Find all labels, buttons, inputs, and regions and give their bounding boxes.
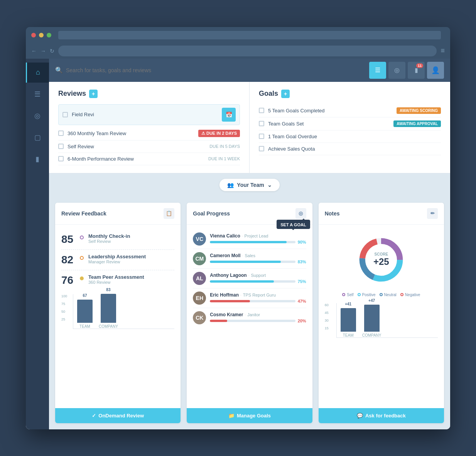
notes-body: SCORE +25 Self Pos [319, 225, 444, 408]
address-bar[interactable] [58, 31, 441, 39]
review-due-3: DUE IN 1 WEEK [208, 156, 240, 161]
app-shell: ⌂ ☰ ◎ ▢ ▮ 🔍 [26, 59, 450, 429]
review-item-2[interactable]: Self Review DUE IN 5 DAYS [58, 141, 240, 153]
legend-label-self: Self [347, 293, 353, 297]
sidebar-item-reviews[interactable]: ☰ [26, 84, 49, 104]
search-icon: 🔍 [55, 66, 63, 74]
notes-icon: ▢ [34, 133, 41, 142]
ondemand-review-button[interactable]: ✓ OnDemand Review [55, 408, 181, 423]
goal-text-2: 1 Team Goal Overdue [268, 134, 441, 139]
minimize-dot[interactable] [39, 33, 44, 37]
add-goal-button[interactable]: + [281, 90, 290, 98]
goal-item-0[interactable]: 5 Team Goals Completed AWAITING SCORING [259, 104, 441, 117]
review-feedback-header: Review Feedback 📋 [55, 203, 181, 225]
target-button[interactable]: ◎ [388, 62, 405, 79]
target-icon: ◎ [394, 66, 400, 74]
goal-text-3: Achieve Sales Quota [268, 146, 441, 152]
tooltip-container: SET A GOAL [277, 220, 310, 229]
goal-item-1[interactable]: Team Goals Set AWAITING APPROVAL [259, 117, 441, 131]
refresh-button[interactable]: ↻ [50, 48, 54, 54]
reviews-icon: ☰ [34, 90, 41, 98]
gp-bar-0 [210, 241, 287, 243]
tasks-button[interactable]: ☰ [369, 62, 386, 79]
legend-dot-negative [400, 293, 403, 296]
gp-pct-0: 90% [298, 240, 306, 244]
review-checkbox-1[interactable] [58, 131, 64, 136]
gp-item-0: VC Vienna Calico · Project Lead 90% [193, 229, 306, 249]
search-input[interactable] [66, 67, 365, 73]
gp-info-1: Cameron Moll · Sales 83% [210, 253, 306, 264]
goals-title-text: Goals [259, 90, 278, 98]
review-checkbox-0[interactable] [62, 112, 68, 117]
user-avatar[interactable]: 👤 [427, 62, 444, 79]
goal-badge-0: AWAITING SCORING [397, 107, 441, 114]
review-checkbox-3[interactable] [58, 156, 64, 161]
goal-item-2[interactable]: 1 Team Goal Overdue [259, 131, 441, 143]
sidebar-item-notes[interactable]: ▢ [26, 127, 49, 147]
gp-role-0: Project Lead [245, 234, 268, 238]
goal-progress-card: Goal Progress ◎ SET A GOAL SET A GOAL [187, 203, 312, 423]
gp-item-2: AL Anthony Lagoon · Support 75% [193, 269, 306, 288]
donut-center: SCORE +25 [373, 252, 389, 267]
notification-badge: 11 [416, 63, 423, 68]
ask-feedback-button[interactable]: 💬 Ask for feedback [319, 408, 444, 423]
manage-goals-button[interactable]: 📁 Manage Goals [187, 408, 312, 423]
review-checkbox-2[interactable] [58, 144, 64, 149]
review-item-active[interactable]: Field Revi 📅 [58, 104, 240, 125]
topbar-actions: ☰ ◎ ▮ 11 👤 [369, 62, 444, 79]
legend-label-positive: Positive [362, 293, 376, 297]
review-item-3[interactable]: 6-Month Performance Review DUE IN 1 WEEK [58, 153, 240, 165]
sidebar-item-home[interactable]: ⌂ [26, 63, 49, 83]
url-bar[interactable] [58, 46, 437, 56]
review-item-text-1: 360 Monthly Team Review [68, 131, 194, 136]
calendar-button[interactable]: ▮ 11 [408, 62, 425, 79]
gp-avatar-2: AL [193, 272, 206, 285]
goal-text-1: Team Goals Set [268, 121, 390, 127]
goal-checkbox-1[interactable] [259, 121, 264, 126]
sidebar-item-reports[interactable]: ▮ [26, 149, 49, 169]
goals-footer-icon: 📁 [228, 413, 235, 419]
goal-checkbox-0[interactable] [259, 108, 264, 113]
feedback-item-1: 82 Leadership Assessment Manager Review [61, 250, 174, 270]
gp-role-1: Sales [245, 253, 255, 258]
feedback-chart: 100755025 67 TEAM [61, 294, 174, 329]
topbar: 🔍 ☰ ◎ ▮ 11 👤 [49, 59, 450, 82]
browser-menu-icon[interactable]: ≡ [441, 47, 445, 55]
gp-info-2: Anthony Lagoon · Support 75% [210, 273, 306, 284]
add-review-button[interactable]: + [89, 90, 98, 98]
goal-checkbox-3[interactable] [259, 146, 264, 151]
feedback-item-2: 76 Team Peer Assessment 360 Review [61, 270, 174, 290]
review-due-badge-1: ⚠ DUE IN 2 DAYS [198, 130, 240, 137]
goal-checkbox-2[interactable] [259, 134, 264, 139]
review-item-1[interactable]: 360 Monthly Team Review ⚠ DUE IN 2 DAYS [58, 127, 240, 141]
tooltip-arrow [302, 219, 306, 220]
notes-legend: Self Positive Neutral [325, 290, 438, 299]
close-dot[interactable] [31, 33, 36, 37]
feedback-dot-1 [80, 256, 84, 260]
feedback-item-0: 85 Monthly Check-in Self Review [61, 229, 174, 250]
legend-dot-self [342, 293, 345, 296]
gp-role-2: Support [251, 273, 266, 278]
gp-bar-2 [210, 280, 274, 283]
chart-label-team: TEAM [79, 324, 90, 329]
forward-button[interactable]: → [41, 48, 46, 54]
goals-title: Goals + [259, 90, 441, 98]
avatar-icon: 👤 [431, 66, 440, 75]
review-item-text-0: Field Revi [72, 112, 218, 117]
goal-item-3[interactable]: Achieve Sales Quota [259, 143, 441, 155]
search-bar[interactable]: 🔍 [55, 66, 365, 74]
goal-text-0: 5 Team Goals Completed [268, 108, 393, 114]
review-feedback-card: Review Feedback 📋 85 Monthly Check-in Se… [55, 203, 181, 423]
review-feedback-icon: 📋 [164, 208, 174, 219]
goal-progress-icon[interactable]: ◎ SET A GOAL [295, 208, 306, 219]
bottom-panels: Review Feedback 📋 85 Monthly Check-in Se… [49, 197, 450, 429]
maximize-dot[interactable] [47, 33, 51, 37]
gp-name-1: Cameron Moll [210, 253, 240, 258]
sidebar-item-goals[interactable]: ◎ [26, 106, 49, 126]
sidebar: ⌂ ☰ ◎ ▢ ▮ [26, 59, 49, 429]
team-selector[interactable]: 👥 Your Team ⌄ [219, 179, 279, 191]
gp-pct-3: 47% [298, 299, 306, 303]
reviews-panel: Reviews + Field Revi 📅 360 Monthly Team … [49, 82, 250, 173]
legend-dot-positive [358, 293, 361, 296]
back-button[interactable]: ← [31, 48, 37, 54]
